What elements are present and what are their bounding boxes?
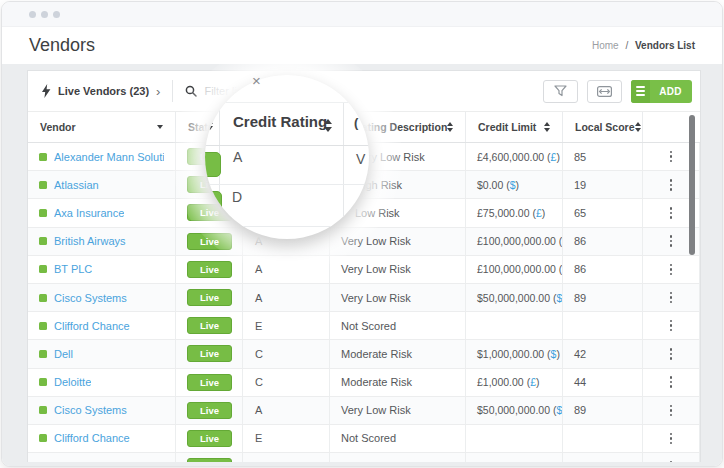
column-header-vendor[interactable]: Vendor xyxy=(28,112,176,142)
table-row: Clifford Chance Live E Not Scored () xyxy=(28,425,700,453)
credit-limit-cell: () xyxy=(466,453,563,462)
credit-limit-cell: £100,000,000.00 (£) xyxy=(466,228,563,255)
toolbar-right: ADD xyxy=(543,80,692,103)
status-badge: Live xyxy=(187,317,232,334)
status-badge: Live xyxy=(187,289,232,306)
sort-desc-icon xyxy=(157,125,163,129)
vendor-link[interactable]: British Airways xyxy=(54,235,126,247)
add-button[interactable]: ADD xyxy=(631,80,692,103)
status-badge: Live xyxy=(187,374,232,391)
filter-button[interactable] xyxy=(543,80,578,103)
local-score-cell: 86 xyxy=(563,228,643,255)
table-row: Clifford Chance Live E Not Scored () xyxy=(28,312,700,340)
row-menu-kebab[interactable] xyxy=(666,316,677,336)
row-menu-kebab[interactable] xyxy=(666,147,677,167)
column-label: Vendor xyxy=(40,121,76,133)
lens-edge-fragment: V xyxy=(356,151,365,167)
local-score-cell: 89 xyxy=(563,284,643,311)
window-control-dot[interactable] xyxy=(41,11,48,18)
row-menu-kebab[interactable] xyxy=(666,457,677,462)
vendor-link[interactable]: Cisco Systems xyxy=(54,292,127,304)
search-icon xyxy=(185,85,197,97)
view-switcher[interactable]: Live Vendors (23) › xyxy=(41,84,160,98)
window-control-dot[interactable] xyxy=(53,11,60,18)
vendor-link[interactable]: Clifford Chance xyxy=(54,320,130,332)
row-menu-kebab[interactable] xyxy=(666,344,677,364)
vendor-link[interactable]: Atlassian xyxy=(54,179,99,191)
rating-description-cell: Moderate Risk xyxy=(330,369,466,396)
vertical-scrollbar[interactable] xyxy=(689,115,695,255)
local-score-cell: 44 xyxy=(563,369,643,396)
credit-limit-cell: $50,000,000.00 ($) xyxy=(466,284,563,311)
vendor-link[interactable]: Cisco Systems xyxy=(54,404,127,416)
funnel-icon xyxy=(554,85,567,97)
lens-edge-fragment: ( xyxy=(354,115,358,130)
status-badge: Live xyxy=(187,345,232,362)
rating-description-cell: Very Low Risk xyxy=(330,228,466,255)
local-score-cell: 86 xyxy=(563,256,643,283)
row-menu-kebab[interactable] xyxy=(666,401,677,421)
row-menu-kebab[interactable] xyxy=(666,372,677,392)
sort-updown-icon xyxy=(635,122,641,132)
column-header-credit-limit[interactable]: Credit Limit xyxy=(466,112,563,142)
local-score-cell xyxy=(563,425,643,452)
lens-header-line xyxy=(205,145,369,146)
vendor-status-square xyxy=(39,209,47,217)
window-control-dot[interactable] xyxy=(29,11,36,18)
vendor-link[interactable]: BT PLC xyxy=(54,263,92,275)
credit-rating-cell: A xyxy=(243,397,330,424)
chevron-right-icon: › xyxy=(156,85,160,98)
table-row: Deloitte Live C Moderate Risk £1,000.00 … xyxy=(28,369,700,397)
vendor-status-square xyxy=(39,265,47,273)
table-row: British Airways Live A Very Low Risk £10… xyxy=(28,228,700,256)
lens-column-title: Credit Rating xyxy=(233,113,327,130)
vendor-status-square xyxy=(39,406,47,414)
credit-rating-cell: E xyxy=(243,312,330,339)
rating-description-cell: Very Low Risk xyxy=(330,397,466,424)
vendor-link[interactable]: Dell xyxy=(54,348,73,360)
status-badge: Live xyxy=(187,430,232,447)
credit-limit-cell: £75,000.00 (£) xyxy=(466,199,563,226)
vendor-link[interactable]: Axa Insurance xyxy=(54,207,124,219)
credit-limit-cell: $50,000,000.00 ($) xyxy=(466,397,563,424)
local-score-cell: 42 xyxy=(563,340,643,367)
local-score-cell: 65 xyxy=(563,199,643,226)
credit-rating-cell: C xyxy=(243,369,330,396)
column-width-button[interactable] xyxy=(587,80,622,103)
row-menu-kebab[interactable] xyxy=(666,231,677,251)
column-header-local-score[interactable]: Local Score xyxy=(563,112,643,142)
row-menu-kebab[interactable] xyxy=(666,260,677,280)
credit-limit-cell: $1,000,000.00 ($) xyxy=(466,340,563,367)
close-icon[interactable]: × xyxy=(252,73,261,88)
rating-description-cell: Moderate Risk xyxy=(330,340,466,367)
table-row: Live () xyxy=(28,453,700,462)
credit-limit-cell: £100,000,000.00 (£) xyxy=(466,256,563,283)
row-menu-kebab[interactable] xyxy=(666,288,677,308)
menu-icon xyxy=(631,80,650,103)
row-menu-kebab[interactable] xyxy=(666,175,677,195)
vendor-link[interactable]: Alexander Mann Solutions xyxy=(54,151,164,163)
row-menu-kebab[interactable] xyxy=(666,429,677,449)
lens-row-line xyxy=(205,102,369,103)
credit-limit-cell: () xyxy=(466,312,563,339)
status-badge: Live xyxy=(187,233,232,250)
vendor-link[interactable]: Deloitte xyxy=(54,376,91,388)
breadcrumb-home[interactable]: Home xyxy=(592,40,619,51)
vendor-status-square xyxy=(39,434,47,442)
rating-description-cell: Very Low Risk xyxy=(330,284,466,311)
resize-horizontal-icon xyxy=(597,86,612,97)
toolbar-divider xyxy=(172,80,173,102)
row-menu-kebab[interactable] xyxy=(666,203,677,223)
column-label: Rating Description xyxy=(354,121,447,133)
credit-rating-cell: A xyxy=(243,256,330,283)
page-header: Vendors Home / Vendors List xyxy=(2,27,722,64)
credit-limit-cell: $0.00 ($) xyxy=(466,171,563,198)
status-badge: Live xyxy=(187,261,232,278)
lens-badge-fragment xyxy=(205,152,221,177)
breadcrumb: Home / Vendors List xyxy=(592,40,695,51)
magnifier-lens: Credit Rating A D ( V Li xyxy=(205,75,369,239)
vendor-link[interactable]: Clifford Chance xyxy=(54,432,130,444)
status-badge: Live xyxy=(187,402,232,419)
lens-rating-value: A xyxy=(233,149,242,165)
column-label: Local Score xyxy=(575,121,635,133)
